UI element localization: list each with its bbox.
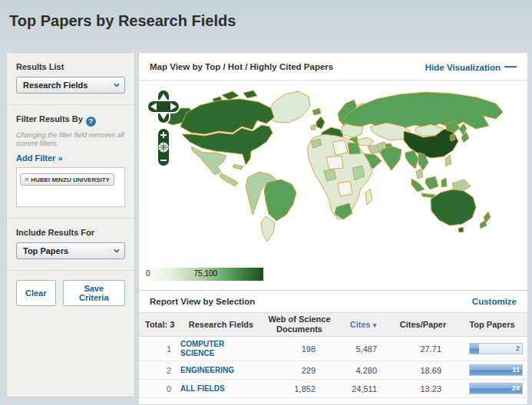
top-papers-bar: 11 [469,364,523,376]
help-icon[interactable]: ? [86,117,96,127]
sort-descending-icon: ▾ [373,321,377,329]
top-papers-value: 24 [512,384,520,392]
criteria-buttons-section: Clear Save Criteria [7,271,134,317]
cites-per-paper-cell: 18.69 [389,366,457,375]
filter-tags-box: ×HUBEI MINZU UNIVERSITY [16,167,125,207]
rank-cell: 1 [139,344,180,354]
results-list-label: Results List [16,62,125,71]
filter-results-label: Filter Results By? [16,114,125,127]
filter-tag-label: HUBEI MINZU UNIVERSITY [31,176,110,183]
cites-cell: 4,280 [337,366,389,375]
sidebar: Results List Research Fields ⌄ Filter Re… [6,52,135,397]
page-title: Top Papers by Research Fields [9,12,236,30]
map-view: 0 75,100 [139,81,527,290]
top-papers-bar: 2 [469,343,523,354]
research-field-link[interactable]: COMPUTER SCIENCE [180,340,251,357]
country-russia [341,92,503,129]
cites-cell: 5,487 [337,344,389,354]
country-australia [431,189,476,226]
rank-cell: 0 [139,384,180,393]
top-papers-value: 2 [516,344,520,352]
world-choropleth-map[interactable] [145,82,526,265]
top-papers-bar: 24 [469,383,523,394]
research-field-link[interactable]: ALL FIELDS [180,384,251,393]
include-results-section: Include Results For Top Papers ⌄ [7,219,134,271]
country-uk [316,117,325,129]
collapse-icon[interactable]: — [504,60,517,73]
wos-documents-cell: 1,852 [262,384,337,393]
include-results-value: Top Papers [23,246,68,255]
column-top-papers[interactable]: Top Papers [457,320,527,330]
hide-visualization-link[interactable]: Hide Visualization [425,63,501,72]
results-list-section: Results List Research Fields ⌄ [7,53,134,105]
research-field-link[interactable]: ENGINEERING [180,366,251,375]
table-row: 0ALL FIELDS1,85224,51113.2324 [139,380,527,398]
map-controls [147,87,180,170]
country-india [381,147,401,170]
map-legend: 0 75,100 [144,268,263,281]
report-table-body: 1COMPUTER SCIENCE1985,48727.7122ENGINEER… [139,337,527,398]
map-title: Map View by Top / Hot / Highly Cited Pap… [150,62,333,71]
include-results-select[interactable]: Top Papers ⌄ [16,242,125,259]
chevron-down-icon: ⌄ [111,245,121,252]
filter-note: Changing the filter field removes all cu… [16,131,125,149]
clear-button[interactable]: Clear [16,280,56,306]
wos-documents-cell: 198 [262,344,337,354]
column-cites-sorted[interactable]: Cites ▾ [337,320,389,330]
country-greenland [268,91,310,123]
results-list-select[interactable]: Research Fields ⌄ [16,77,125,94]
total-count: Total: 3 [139,320,180,330]
cites-per-paper-cell: 13.23 [389,384,457,393]
top-papers-value: 11 [512,366,520,374]
remove-filter-icon[interactable]: × [25,176,28,183]
main-panel: Map View by Top / Hot / Highly Cited Pap… [138,52,528,405]
column-research-fields[interactable]: Research Fields [180,320,262,330]
results-list-value: Research Fields [23,81,88,90]
cites-cell: 24,511 [337,384,389,393]
cites-per-paper-cell: 27.71 [389,344,457,354]
customize-link[interactable]: Customize [472,297,517,306]
save-criteria-button[interactable]: Save Criteria [63,280,125,306]
rank-cell: 2 [139,366,180,375]
legend-min-label: 0 [146,269,150,278]
report-title: Report View by Selection [150,297,255,306]
wos-documents-cell: 229 [262,366,337,375]
add-filter-link[interactable]: Add Filter » [16,153,63,163]
column-wos-documents[interactable]: Web of Science Documents [262,314,337,334]
country-brazil [264,179,296,221]
column-cites-per-paper[interactable]: Cites/Paper [389,320,457,330]
include-results-label: Include Results For [16,228,125,237]
filter-tag[interactable]: ×HUBEI MINZU UNIVERSITY [20,173,114,186]
map-header: Map View by Top / Hot / Highly Cited Pap… [139,53,527,81]
chevron-down-icon: ⌄ [111,79,121,87]
filter-section: Filter Results By? Changing the filter f… [7,105,134,219]
table-row: 1COMPUTER SCIENCE1985,48727.712 [139,337,527,361]
report-table-head: Total: 3 Research Fields Web of Science … [139,312,527,337]
legend-max-label: 75,100 [194,269,218,278]
table-row: 2ENGINEERING2294,28018.6911 [139,361,527,380]
report-header: Report View by Selection Customize [139,290,527,312]
country-argentina [261,216,275,242]
